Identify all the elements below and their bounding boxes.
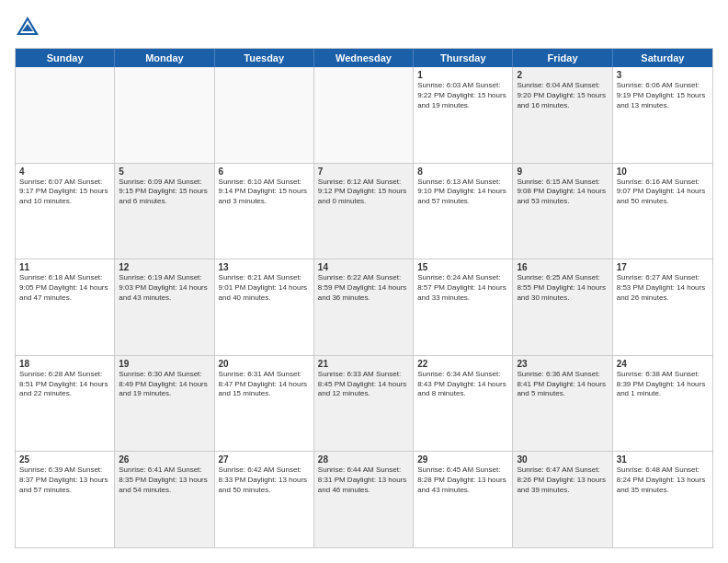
calendar-cell-0-4: 1Sunrise: 6:03 AM Sunset: 9:22 PM Daylig…: [414, 67, 513, 163]
day-info: Sunrise: 6:38 AM Sunset: 8:39 PM Dayligh…: [617, 370, 709, 399]
day-number: 2: [517, 70, 608, 80]
day-number: 30: [517, 454, 608, 465]
day-info: Sunrise: 6:12 AM Sunset: 9:12 PM Dayligh…: [318, 178, 409, 207]
day-number: 23: [517, 359, 608, 369]
day-number: 14: [318, 262, 409, 272]
logo: [15, 15, 44, 40]
day-info: Sunrise: 6:25 AM Sunset: 8:55 PM Dayligh…: [517, 273, 608, 303]
day-info: Sunrise: 6:06 AM Sunset: 9:19 PM Dayligh…: [617, 81, 709, 110]
calendar-row-2: 11Sunrise: 6:18 AM Sunset: 9:05 PM Dayli…: [16, 259, 712, 355]
calendar-cell-2-1: 12Sunrise: 6:19 AM Sunset: 9:03 PM Dayli…: [115, 259, 214, 355]
weekday-header-tuesday: Tuesday: [215, 49, 314, 67]
day-number: 29: [417, 454, 508, 465]
calendar-cell-2-3: 14Sunrise: 6:22 AM Sunset: 8:59 PM Dayli…: [314, 259, 414, 355]
calendar-cell-2-2: 13Sunrise: 6:21 AM Sunset: 9:01 PM Dayli…: [215, 259, 314, 355]
day-number: 12: [119, 262, 210, 272]
day-number: 18: [19, 359, 110, 369]
day-info: Sunrise: 6:45 AM Sunset: 8:28 PM Dayligh…: [417, 465, 508, 495]
calendar-cell-1-4: 8Sunrise: 6:13 AM Sunset: 9:10 PM Daylig…: [414, 164, 513, 259]
day-number: 16: [517, 262, 608, 272]
calendar-cell-0-0: [16, 67, 115, 163]
calendar-cell-1-1: 5Sunrise: 6:09 AM Sunset: 9:15 PM Daylig…: [115, 164, 214, 259]
calendar-cell-3-1: 19Sunrise: 6:30 AM Sunset: 8:49 PM Dayli…: [115, 356, 214, 452]
calendar-cell-2-6: 17Sunrise: 6:27 AM Sunset: 8:53 PM Dayli…: [613, 259, 712, 355]
day-info: Sunrise: 6:09 AM Sunset: 9:15 PM Dayligh…: [119, 178, 210, 207]
day-number: 20: [219, 359, 310, 369]
calendar-cell-0-5: 2Sunrise: 6:04 AM Sunset: 9:20 PM Daylig…: [513, 67, 612, 163]
day-number: 9: [517, 167, 608, 177]
calendar-cell-0-3: [314, 67, 414, 163]
calendar-cell-1-0: 4Sunrise: 6:07 AM Sunset: 9:17 PM Daylig…: [16, 164, 115, 259]
day-number: 8: [417, 167, 508, 177]
day-number: 13: [219, 262, 310, 272]
day-info: Sunrise: 6:15 AM Sunset: 9:08 PM Dayligh…: [517, 178, 608, 207]
day-number: 7: [318, 167, 409, 177]
weekday-header-sunday: Sunday: [16, 49, 115, 67]
day-info: Sunrise: 6:19 AM Sunset: 9:03 PM Dayligh…: [119, 273, 210, 303]
day-info: Sunrise: 6:42 AM Sunset: 8:33 PM Dayligh…: [219, 465, 310, 495]
calendar-cell-4-5: 30Sunrise: 6:47 AM Sunset: 8:26 PM Dayli…: [513, 452, 612, 547]
day-number: 25: [19, 454, 110, 465]
weekday-header-saturday: Saturday: [613, 49, 712, 67]
day-info: Sunrise: 6:03 AM Sunset: 9:22 PM Dayligh…: [417, 81, 508, 110]
day-number: 17: [617, 262, 709, 272]
day-info: Sunrise: 6:27 AM Sunset: 8:53 PM Dayligh…: [617, 273, 709, 303]
day-number: 24: [617, 359, 709, 369]
day-info: Sunrise: 6:48 AM Sunset: 8:24 PM Dayligh…: [617, 465, 709, 495]
day-number: 6: [219, 167, 310, 177]
calendar-cell-2-0: 11Sunrise: 6:18 AM Sunset: 9:05 PM Dayli…: [16, 259, 115, 355]
day-info: Sunrise: 6:47 AM Sunset: 8:26 PM Dayligh…: [517, 465, 608, 495]
calendar-cell-0-2: [215, 67, 314, 163]
day-info: Sunrise: 6:44 AM Sunset: 8:31 PM Dayligh…: [318, 465, 409, 495]
weekday-header-thursday: Thursday: [414, 49, 513, 67]
calendar-cell-1-5: 9Sunrise: 6:15 AM Sunset: 9:08 PM Daylig…: [513, 164, 612, 259]
day-number: 31: [617, 454, 709, 465]
day-number: 28: [318, 454, 409, 465]
calendar-cell-2-4: 15Sunrise: 6:24 AM Sunset: 8:57 PM Dayli…: [414, 259, 513, 355]
calendar-cell-2-5: 16Sunrise: 6:25 AM Sunset: 8:55 PM Dayli…: [513, 259, 612, 355]
day-number: 1: [417, 70, 508, 80]
day-info: Sunrise: 6:39 AM Sunset: 8:37 PM Dayligh…: [19, 465, 110, 495]
calendar-cell-3-6: 24Sunrise: 6:38 AM Sunset: 8:39 PM Dayli…: [613, 356, 712, 452]
day-number: 26: [119, 454, 210, 465]
day-info: Sunrise: 6:22 AM Sunset: 8:59 PM Dayligh…: [318, 273, 409, 303]
weekday-header-friday: Friday: [513, 49, 612, 67]
page: SundayMondayTuesdayWednesdayThursdayFrid…: [0, 0, 728, 563]
calendar-row-4: 25Sunrise: 6:39 AM Sunset: 8:37 PM Dayli…: [16, 451, 712, 547]
calendar-header: SundayMondayTuesdayWednesdayThursdayFrid…: [16, 49, 712, 67]
weekday-header-monday: Monday: [115, 49, 214, 67]
day-number: 15: [417, 262, 508, 272]
calendar-cell-0-1: [115, 67, 214, 163]
calendar-cell-3-0: 18Sunrise: 6:28 AM Sunset: 8:51 PM Dayli…: [16, 356, 115, 452]
day-number: 5: [119, 167, 210, 177]
header: [15, 15, 713, 40]
day-number: 4: [19, 167, 110, 177]
calendar-row-1: 4Sunrise: 6:07 AM Sunset: 9:17 PM Daylig…: [16, 163, 712, 259]
day-number: 21: [318, 359, 409, 369]
calendar-cell-1-6: 10Sunrise: 6:16 AM Sunset: 9:07 PM Dayli…: [613, 164, 712, 259]
day-info: Sunrise: 6:16 AM Sunset: 9:07 PM Dayligh…: [617, 178, 709, 207]
calendar-row-3: 18Sunrise: 6:28 AM Sunset: 8:51 PM Dayli…: [16, 355, 712, 452]
day-number: 3: [617, 70, 709, 80]
day-info: Sunrise: 6:21 AM Sunset: 9:01 PM Dayligh…: [219, 273, 310, 303]
calendar-cell-3-2: 20Sunrise: 6:31 AM Sunset: 8:47 PM Dayli…: [215, 356, 314, 452]
day-info: Sunrise: 6:04 AM Sunset: 9:20 PM Dayligh…: [517, 81, 608, 110]
day-number: 22: [417, 359, 508, 369]
day-number: 10: [617, 167, 709, 177]
calendar-row-0: 1Sunrise: 6:03 AM Sunset: 9:22 PM Daylig…: [16, 67, 712, 163]
day-info: Sunrise: 6:18 AM Sunset: 9:05 PM Dayligh…: [19, 273, 110, 303]
day-info: Sunrise: 6:30 AM Sunset: 8:49 PM Dayligh…: [119, 370, 210, 399]
calendar-cell-4-3: 28Sunrise: 6:44 AM Sunset: 8:31 PM Dayli…: [314, 452, 414, 547]
calendar-cell-1-3: 7Sunrise: 6:12 AM Sunset: 9:12 PM Daylig…: [314, 164, 414, 259]
day-info: Sunrise: 6:28 AM Sunset: 8:51 PM Dayligh…: [19, 370, 110, 399]
calendar-cell-3-5: 23Sunrise: 6:36 AM Sunset: 8:41 PM Dayli…: [513, 356, 612, 452]
day-number: 11: [19, 262, 110, 272]
day-info: Sunrise: 6:13 AM Sunset: 9:10 PM Dayligh…: [417, 178, 508, 207]
day-info: Sunrise: 6:07 AM Sunset: 9:17 PM Dayligh…: [19, 178, 110, 207]
day-info: Sunrise: 6:41 AM Sunset: 8:35 PM Dayligh…: [119, 465, 210, 495]
calendar-cell-3-4: 22Sunrise: 6:34 AM Sunset: 8:43 PM Dayli…: [414, 356, 513, 452]
calendar-cell-1-2: 6Sunrise: 6:10 AM Sunset: 9:14 PM Daylig…: [215, 164, 314, 259]
calendar-cell-4-0: 25Sunrise: 6:39 AM Sunset: 8:37 PM Dayli…: [16, 452, 115, 547]
day-number: 27: [219, 454, 310, 465]
calendar: SundayMondayTuesdayWednesdayThursdayFrid…: [15, 48, 713, 548]
